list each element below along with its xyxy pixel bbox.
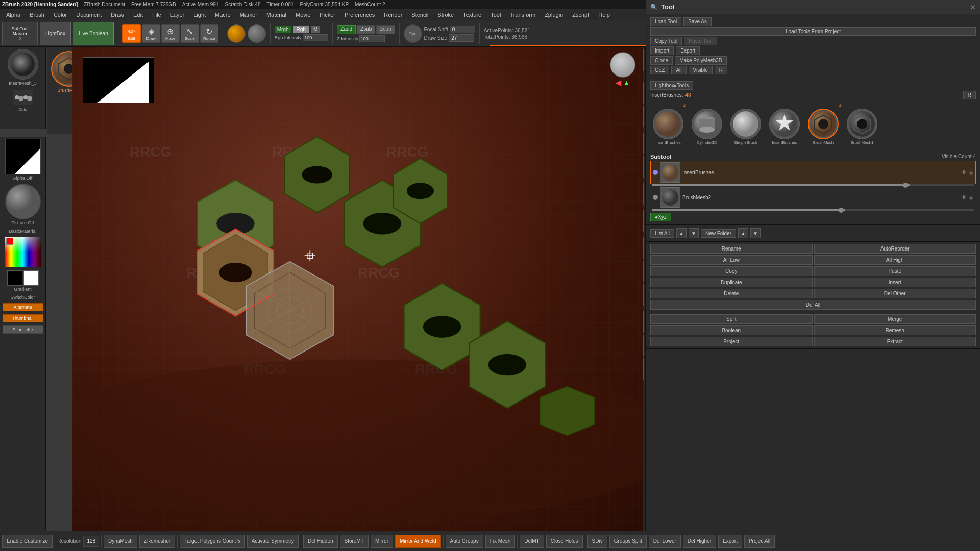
delete-button[interactable]: Delete: [650, 289, 813, 298]
new-folder-arrow-up[interactable]: ▲: [738, 228, 748, 238]
menu-file[interactable]: File: [148, 11, 165, 19]
rgb-intensity-val[interactable]: 100: [303, 34, 328, 41]
menu-preferences[interactable]: Preferences: [340, 11, 379, 19]
new-folder-button[interactable]: New Folder: [701, 229, 736, 238]
insert-brushes-r-button[interactable]: R: [963, 91, 976, 99]
focal-shift-val[interactable]: 0: [450, 26, 475, 33]
menu-alpha[interactable]: Alpha: [2, 11, 24, 19]
z-intensity-val[interactable]: 100: [359, 35, 385, 42]
lightbox-button[interactable]: LightBox: [40, 22, 71, 45]
save-as-button[interactable]: Save As: [683, 17, 712, 26]
subtool-item-insertbrushes[interactable]: InsertBrushes 👁 ◉: [650, 161, 976, 184]
import-button[interactable]: Import: [650, 46, 674, 55]
target-polygons-button[interactable]: Target Polygons Count 5: [180, 535, 245, 548]
material-sphere[interactable]: [227, 24, 246, 43]
menu-render[interactable]: Render: [380, 11, 406, 19]
del-other-button[interactable]: Del Other: [814, 289, 976, 298]
zremesher-button[interactable]: ZRemesher: [139, 535, 175, 548]
zadd-button[interactable]: Zadd: [337, 25, 356, 34]
texture-thumb[interactable]: [5, 184, 41, 219]
menu-picker[interactable]: Picker: [315, 11, 339, 19]
make-polymesh3d-button[interactable]: Make PolyMesh3D: [675, 56, 727, 65]
viewport[interactable]: RRCG RRCG RRCG RRCG RRCG RRCG RRCG: [72, 47, 643, 531]
subtool-solo-2[interactable]: ◉: [969, 195, 973, 201]
list-all-arrow-down[interactable]: ▼: [689, 228, 699, 238]
sdiv-button[interactable]: SDiv: [587, 535, 607, 548]
menu-stroke[interactable]: Stroke: [433, 11, 458, 19]
alpha-thumb[interactable]: [5, 139, 41, 174]
live-boolean-button[interactable]: Live Boolean: [73, 22, 114, 45]
close-holes-button[interactable]: Close Holes: [546, 535, 583, 548]
move-button[interactable]: ⊕ Move: [161, 24, 180, 43]
subtool-eye-2[interactable]: 👁: [961, 194, 967, 201]
gradient-white[interactable]: [23, 270, 39, 286]
scale-button[interactable]: ⤡ Scale: [181, 24, 199, 43]
store-mt-button[interactable]: StoreMT: [340, 535, 369, 548]
boolean-button[interactable]: Boolean: [650, 325, 813, 335]
activate-symmetry-button[interactable]: Activate Symmetry: [247, 535, 299, 548]
list-all-button[interactable]: List All: [650, 229, 674, 238]
groups-split-button[interactable]: Groups Split: [609, 535, 647, 548]
enable-customize-button[interactable]: Enable Customize: [2, 535, 53, 548]
menu-transform[interactable]: Transform: [506, 11, 540, 19]
project-button[interactable]: Project: [650, 337, 813, 346]
del-hidden-button[interactable]: Del Hidden: [303, 535, 337, 548]
xyz-button[interactable]: ●Xyz: [650, 213, 671, 221]
del-higher-button[interactable]: Del Higher: [683, 535, 716, 548]
dynamic-button[interactable]: Dyn: [404, 24, 422, 43]
del-all-button[interactable]: Del All: [650, 300, 976, 310]
menu-material[interactable]: Material: [262, 11, 290, 19]
extract-button[interactable]: Extract: [814, 337, 976, 346]
menu-tool[interactable]: Tool: [486, 11, 505, 19]
thumbnail-button[interactable]: Thumbnail: [3, 314, 43, 322]
remesh-button[interactable]: Remesh: [814, 325, 976, 335]
menu-macro[interactable]: Macro: [211, 11, 235, 19]
edit-button[interactable]: ✏ Edit: [122, 24, 141, 43]
menu-zscript[interactable]: Zscript: [568, 11, 593, 19]
copy-button[interactable]: Copy: [650, 266, 813, 276]
dyna-mesh-button[interactable]: DynaMesh: [104, 535, 137, 548]
subtool-eye-1[interactable]: 👁: [961, 169, 967, 176]
all-button[interactable]: All: [671, 66, 686, 74]
rp-brush-insert-star[interactable]: InsertBrushes: [767, 103, 802, 145]
del-lower-button[interactable]: Del Lower: [649, 535, 681, 548]
menu-edit[interactable]: Edit: [129, 11, 147, 19]
menu-document[interactable]: Document: [72, 11, 106, 19]
clone-button[interactable]: Clone: [650, 56, 673, 65]
rp-brush-mesh[interactable]: 3 BrushMesh: [805, 103, 841, 145]
menu-layer[interactable]: Layer: [166, 11, 189, 19]
panel-close-button[interactable]: ✕: [970, 3, 976, 11]
paste-tool-button[interactable]: Paste Tool: [684, 37, 717, 45]
zsub-button[interactable]: Zsub: [357, 25, 375, 34]
menu-draw[interactable]: Draw: [107, 11, 128, 19]
load-tools-from-project-button[interactable]: Load Tools From Project: [650, 27, 976, 36]
subtool-master[interactable]: SubTool Master 0: [2, 22, 38, 45]
mirror-button[interactable]: Mirror: [371, 535, 393, 548]
paste-button[interactable]: Paste: [814, 266, 976, 276]
list-all-arrow-up[interactable]: ▲: [676, 228, 687, 238]
load-tool-button[interactable]: Load Tool: [650, 17, 681, 26]
menu-light[interactable]: Light: [189, 11, 210, 19]
project-all-button[interactable]: ProjectAll: [744, 535, 775, 548]
menu-brush[interactable]: Brush: [26, 11, 48, 19]
auto-reorder-button[interactable]: AutoReorder: [814, 244, 976, 254]
lightbox-tools-button[interactable]: Lightbox▸Tools: [650, 81, 693, 90]
panel-search-icon[interactable]: 🔍: [650, 4, 658, 11]
zcun-button[interactable]: Zcun: [376, 25, 395, 34]
rp-brush-simple[interactable]: SimpleBrush: [728, 103, 764, 145]
copy-tool-button[interactable]: Copy Tool: [650, 37, 682, 45]
mrgb-toggle[interactable]: Mrgb: [275, 26, 291, 33]
goz-button[interactable]: GoZ: [650, 66, 669, 74]
rename-button[interactable]: Rename: [650, 244, 813, 254]
r-button[interactable]: R: [715, 66, 727, 74]
rotate-button[interactable]: ↻ Rotate: [200, 24, 218, 43]
draw-button[interactable]: ◈ Draw: [142, 24, 160, 43]
all-low-button[interactable]: All Low: [650, 255, 813, 265]
rp-brush-mesh1[interactable]: BrushMesh1: [844, 103, 880, 145]
silhouette-button[interactable]: Silhouette: [3, 325, 43, 334]
stroke-preview[interactable]: [13, 90, 33, 105]
material-sphere-2[interactable]: [248, 24, 266, 43]
auto-groups-button[interactable]: Auto Groups: [446, 535, 483, 548]
m-toggle[interactable]: M: [311, 26, 320, 33]
color-picker[interactable]: [5, 237, 41, 267]
